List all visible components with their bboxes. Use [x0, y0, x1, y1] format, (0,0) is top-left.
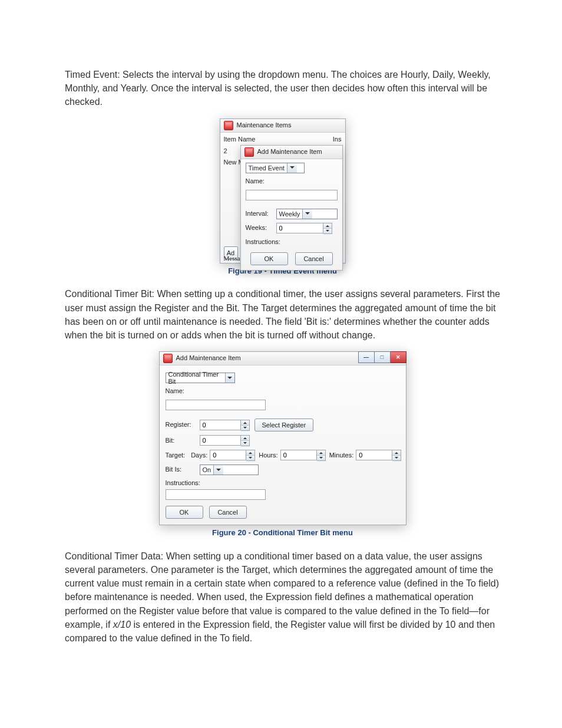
- minutes-label: Minutes:: [329, 451, 354, 460]
- ok-button[interactable]: OK: [166, 506, 203, 519]
- name-label: Name:: [166, 387, 200, 396]
- dropdown-arrow-icon: [225, 373, 234, 383]
- spinner-up-icon[interactable]: [317, 450, 325, 455]
- weeks-spinner[interactable]: [276, 223, 332, 234]
- col-item-name: Item Name: [224, 135, 256, 144]
- maximize-icon: □: [375, 352, 390, 363]
- spinner-buttons[interactable]: [241, 420, 250, 431]
- spinner-down-icon[interactable]: [241, 425, 249, 430]
- interval-value: Weekly: [279, 210, 300, 218]
- bit-label: Bit:: [166, 436, 200, 446]
- register-spinner[interactable]: [200, 420, 250, 431]
- spinner-buttons[interactable]: [392, 450, 401, 461]
- name-input[interactable]: [246, 190, 338, 200]
- para3-expression: x/10: [113, 620, 131, 630]
- interval-select[interactable]: Weekly: [276, 209, 338, 219]
- minimize-icon: —: [359, 352, 374, 363]
- add-item-title: Add Maintenance Item: [176, 354, 241, 363]
- add-maintenance-item-window: Add Maintenance Item — □ ✕ Conditional T…: [159, 351, 406, 525]
- app-icon: [224, 121, 233, 130]
- weeks-input[interactable]: [276, 223, 323, 233]
- mode-select[interactable]: Conditional Timer Bit: [166, 373, 235, 383]
- app-icon: [244, 147, 254, 157]
- add-item-titlebar: Add Maintenance Item: [241, 146, 342, 159]
- bit-spinner[interactable]: [200, 435, 250, 446]
- document-page: Timed Event: Selects the interval by usi…: [0, 0, 562, 728]
- minutes-input[interactable]: [356, 450, 392, 460]
- mode-select-value: Timed Event: [249, 164, 285, 172]
- close-icon: ✕: [391, 352, 406, 363]
- hours-label: Hours:: [259, 451, 277, 460]
- col-ins: Ins: [333, 135, 342, 144]
- days-input[interactable]: [210, 450, 246, 460]
- minimize-button[interactable]: —: [358, 351, 375, 363]
- bitis-value: On: [203, 466, 211, 473]
- bitis-label: Bit Is:: [166, 465, 200, 475]
- cancel-button[interactable]: Cancel: [209, 506, 247, 519]
- weeks-label: Weeks:: [246, 223, 276, 233]
- register-label: Register:: [166, 420, 200, 430]
- hours-input[interactable]: [280, 450, 317, 460]
- minutes-spinner[interactable]: [356, 450, 401, 461]
- dropdown-arrow-icon: [287, 163, 297, 173]
- spinner-buttons[interactable]: [241, 435, 250, 446]
- spinner-buttons[interactable]: [323, 223, 332, 234]
- app-icon: [163, 354, 173, 363]
- select-register-button[interactable]: Select Register: [254, 419, 314, 431]
- instructions-input[interactable]: [166, 489, 266, 500]
- spinner-down-icon[interactable]: [323, 228, 332, 233]
- target-label: Target:: [166, 451, 186, 460]
- dropdown-arrow-icon: [302, 209, 312, 219]
- para-conditional-timer-data: Conditional Timer Data: When setting up …: [65, 549, 500, 645]
- grid-header-row: Item Name Ins: [220, 133, 345, 146]
- days-spinner[interactable]: [210, 450, 255, 461]
- spinner-buttons[interactable]: [246, 450, 255, 461]
- figure-20: Add Maintenance Item — □ ✕ Conditional T…: [65, 351, 500, 539]
- bit-input[interactable]: [200, 435, 241, 446]
- messages-label-partial: Messa: [224, 255, 240, 262]
- add-item-title: Add Maintenance Item: [257, 147, 322, 157]
- close-button[interactable]: ✕: [391, 351, 406, 363]
- hours-spinner[interactable]: [280, 450, 326, 461]
- spinner-down-icon[interactable]: [246, 455, 254, 460]
- maintenance-items-window: Maintenance Items Item Name Ins 2 New M …: [220, 118, 346, 263]
- name-input[interactable]: [166, 400, 266, 410]
- spinner-up-icon[interactable]: [392, 450, 401, 455]
- para3-part-a: Conditional Timer Data: When setting up …: [65, 551, 499, 630]
- para-conditional-timer-bit: Conditional Timer Bit: When setting up a…: [65, 287, 500, 342]
- instructions-label: Instructions:: [246, 238, 280, 247]
- spinner-down-icon[interactable]: [241, 440, 249, 446]
- maintenance-items-title: Maintenance Items: [237, 121, 292, 130]
- spinner-up-icon[interactable]: [241, 420, 249, 425]
- spinner-down-icon[interactable]: [392, 455, 401, 460]
- spinner-up-icon[interactable]: [246, 450, 254, 455]
- instructions-label: Instructions:: [166, 479, 400, 488]
- spinner-up-icon[interactable]: [241, 436, 249, 440]
- name-label: Name:: [246, 177, 276, 186]
- figure-20-caption: Figure 20 - Conditional Timer Bit menu: [65, 528, 500, 539]
- interval-label: Interval:: [246, 209, 276, 219]
- spinner-down-icon[interactable]: [317, 455, 325, 460]
- spinner-up-icon[interactable]: [323, 223, 332, 228]
- maintenance-items-titlebar: Maintenance Items: [220, 119, 345, 133]
- window-buttons: — □ ✕: [358, 351, 406, 363]
- spinner-buttons[interactable]: [317, 450, 326, 461]
- para-timed-event: Timed Event: Selects the interval by usi…: [65, 68, 500, 109]
- figure-19: Maintenance Items Item Name Ins 2 New M …: [65, 118, 500, 277]
- register-input[interactable]: [200, 420, 241, 430]
- bitis-select[interactable]: On: [200, 465, 259, 475]
- days-label: Days:: [191, 451, 207, 460]
- maximize-button[interactable]: □: [375, 351, 391, 363]
- dropdown-arrow-icon: [213, 465, 223, 475]
- mode-select-value: Conditional Timer Bit: [168, 371, 223, 385]
- mode-select[interactable]: Timed Event: [246, 163, 305, 173]
